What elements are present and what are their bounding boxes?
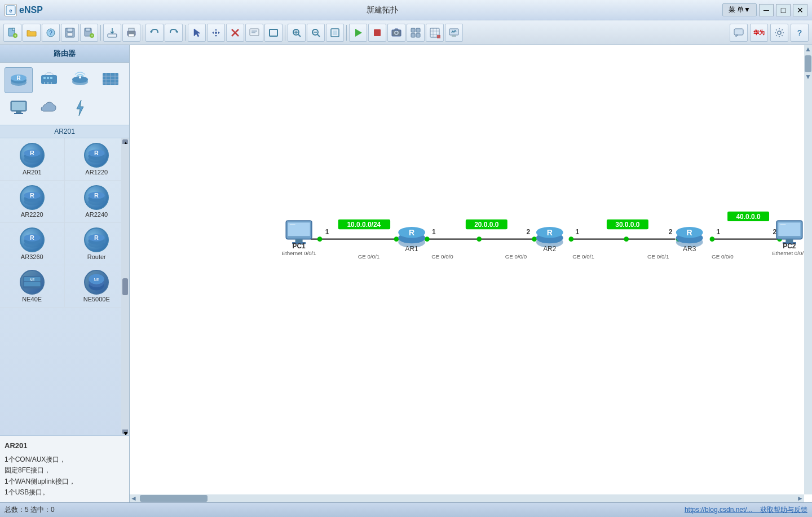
device-item-ar2240[interactable]: R AR2240 xyxy=(65,181,130,223)
undo-button[interactable] xyxy=(145,24,164,42)
canvas-vscroll-thumb[interactable] xyxy=(805,55,811,72)
svg-text:GE 0/0/0: GE 0/0/0 xyxy=(712,253,734,260)
main-layout: 路由器 R xyxy=(0,45,812,502)
svg-point-54 xyxy=(778,31,781,34)
description-text: 1个CON/AUX接口， 固定8FE接口， 1个WAN侧uplink接口， 1个… xyxy=(5,454,125,498)
device-type-cloud[interactable] xyxy=(35,95,63,120)
svg-point-122 xyxy=(710,236,715,242)
zoomout-button[interactable] xyxy=(307,24,325,42)
svg-rect-16 xyxy=(108,34,116,37)
select-button[interactable] xyxy=(188,24,206,42)
svg-text:R: R xyxy=(30,150,34,156)
svg-rect-19 xyxy=(129,34,134,37)
ar2-node: R xyxy=(536,227,563,248)
fit-button[interactable] xyxy=(326,24,344,42)
svg-text:GE 0/0/0: GE 0/0/0 xyxy=(431,253,453,260)
svg-text:1: 1 xyxy=(575,228,579,236)
app-logo: e eNSP xyxy=(5,4,43,16)
svg-rect-12 xyxy=(86,28,90,31)
sample-button[interactable]: ? xyxy=(42,24,60,42)
maximize-button[interactable]: □ xyxy=(776,4,791,16)
svg-rect-35 xyxy=(333,30,337,35)
svg-text:+: + xyxy=(14,33,17,38)
left-panel: 路由器 R xyxy=(0,45,130,502)
new-file-button[interactable]: + xyxy=(3,24,21,42)
svg-rect-37 xyxy=(374,29,381,36)
device-type-wireless[interactable] xyxy=(66,67,94,93)
topology-button[interactable] xyxy=(407,24,425,42)
canvas-hscroll-thumb[interactable] xyxy=(140,495,208,502)
svg-point-65 xyxy=(79,76,81,78)
menu-button[interactable]: 菜 单▼ xyxy=(722,3,757,16)
network-diagram[interactable]: 10.0.0.0/24 20.0.0.0 30.0.0.0 40.0.0.0 1… xyxy=(130,45,804,494)
device-item-ne40e[interactable]: NE NE40E xyxy=(0,265,65,308)
device-type-firewall[interactable] xyxy=(96,67,125,93)
rect-button[interactable] xyxy=(264,24,283,42)
move-button[interactable] xyxy=(207,24,225,42)
play-button[interactable] xyxy=(349,24,367,42)
device-item-ar3260[interactable]: R AR3260 xyxy=(0,223,65,265)
svg-text:PC1: PC1 xyxy=(292,242,306,250)
sep3 xyxy=(185,25,186,41)
capture-button[interactable] xyxy=(387,24,405,42)
zoomin-button[interactable] xyxy=(288,24,306,42)
chat-button[interactable] xyxy=(730,24,748,42)
stop-button[interactable] xyxy=(368,24,386,42)
device-name-ne5000e: NE5000E xyxy=(83,296,110,303)
svg-rect-42 xyxy=(416,28,420,32)
svg-point-116 xyxy=(425,236,430,242)
svg-text:R: R xyxy=(94,150,99,156)
statusbar-right[interactable]: https://blog.csdn.net/... 获取帮助与反馈 xyxy=(685,505,807,515)
svg-text:1: 1 xyxy=(432,228,436,236)
device-name-ar2240: AR2240 xyxy=(85,211,108,218)
monitor-button[interactable] xyxy=(445,24,463,42)
statusbar-left: 总数：5 选中：0 xyxy=(5,505,55,515)
device-list-container: R AR201 R AR1220 xyxy=(0,138,129,435)
redo-button[interactable] xyxy=(165,24,183,42)
device-item-router[interactable]: R Router xyxy=(65,223,130,265)
svg-text:40.0.0.0: 40.0.0.0 xyxy=(736,213,761,221)
top-right-toolbar: 华为 ? xyxy=(730,24,809,42)
svg-text:R: R xyxy=(547,228,553,237)
device-icon: NE xyxy=(20,270,45,295)
svg-rect-60 xyxy=(43,77,46,79)
text-button[interactable] xyxy=(245,24,263,42)
device-icon: R xyxy=(20,227,45,252)
svg-rect-75 xyxy=(16,111,21,113)
settings-button[interactable] xyxy=(770,24,788,42)
delete-button[interactable] xyxy=(226,24,244,42)
svg-rect-18 xyxy=(129,28,134,31)
device-type-pc[interactable] xyxy=(5,95,33,120)
device-item-ar201[interactable]: R AR201 xyxy=(0,138,65,181)
device-list-scrollbar[interactable]: ▲ ▼ xyxy=(121,138,129,435)
device-type-router[interactable]: R xyxy=(5,67,33,93)
minimize-button[interactable]: ─ xyxy=(759,4,774,16)
print-button[interactable] xyxy=(122,24,140,42)
help-button[interactable]: ? xyxy=(791,24,809,42)
close-button[interactable]: ✕ xyxy=(793,4,807,16)
device-type-link[interactable] xyxy=(66,95,94,120)
svg-point-114 xyxy=(317,236,323,242)
open-button[interactable] xyxy=(23,24,41,42)
export-button[interactable] xyxy=(103,24,121,42)
device-name-ar3260: AR3260 xyxy=(21,253,43,260)
grid-button[interactable] xyxy=(426,24,444,42)
svg-marker-77 xyxy=(77,100,83,116)
sep5 xyxy=(346,25,347,41)
device-type-switch[interactable] xyxy=(35,67,63,93)
svg-text:R: R xyxy=(94,234,99,241)
sep2 xyxy=(143,25,143,41)
canvas-vscroll[interactable]: ▲ ▼ xyxy=(804,45,812,494)
huawei-button[interactable]: 华为 xyxy=(750,24,768,42)
svg-text:20.0.0.0: 20.0.0.0 xyxy=(474,221,499,229)
svg-text:R: R xyxy=(30,192,34,199)
device-item-ar2220[interactable]: R AR2220 xyxy=(0,181,65,223)
saveas-button[interactable]: + xyxy=(80,24,98,42)
canvas-area[interactable]: 10.0.0.0/24 20.0.0.0 30.0.0.0 40.0.0.0 1… xyxy=(130,45,812,502)
save-button[interactable] xyxy=(61,24,79,42)
device-name-ar2220: AR2220 xyxy=(21,211,43,218)
svg-text:GE 0/0/1: GE 0/0/1 xyxy=(358,253,380,260)
device-item-ar1220[interactable]: R AR1220 xyxy=(65,138,130,181)
canvas-hscroll[interactable]: ◄ ► xyxy=(130,494,804,502)
device-item-ne5000e[interactable]: NE NE5000E xyxy=(65,265,130,308)
